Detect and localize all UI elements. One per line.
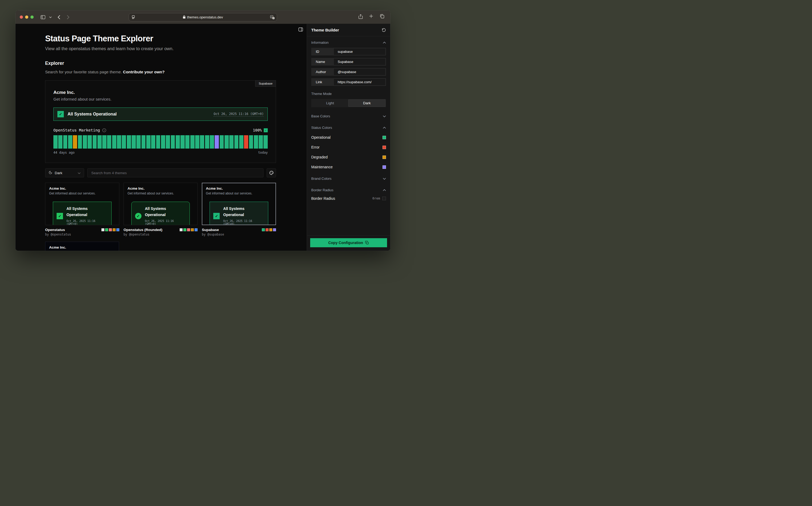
uptime-bar-operational[interactable]	[107, 135, 111, 149]
uptime-bar-operational[interactable]	[151, 135, 155, 149]
translate-icon[interactable]: A x	[270, 15, 275, 19]
chevron-down-icon[interactable]	[49, 16, 52, 18]
uptime-bar-operational[interactable]	[171, 135, 175, 149]
theme-card-openstatus[interactable]: Acme Inc. Get informed about our service…	[45, 183, 119, 225]
tab-overview-icon[interactable]	[380, 14, 384, 20]
uptime-bar-operational[interactable]	[83, 135, 87, 149]
uptime-bar-operational[interactable]	[180, 135, 185, 149]
palette-button[interactable]	[267, 168, 276, 177]
uptime-bar-operational[interactable]	[146, 135, 151, 149]
uptime-bar-operational[interactable]	[53, 135, 58, 149]
link-field[interactable]: https://supabase.com/	[334, 78, 386, 86]
uptime-bar-operational[interactable]	[264, 135, 268, 149]
uptime-bar-operational[interactable]	[185, 135, 190, 149]
section-border-radius[interactable]: Border Radius	[311, 188, 386, 192]
uptime-bar-error[interactable]	[244, 135, 248, 149]
back-icon[interactable]	[58, 15, 60, 19]
id-field[interactable]: supabase	[334, 48, 386, 55]
uptime-bar-operational[interactable]	[210, 135, 214, 149]
uptime-bar-operational[interactable]	[205, 135, 209, 149]
address-bar[interactable]: themes.openstatus.dev A x	[129, 13, 277, 21]
check-icon: ✓	[57, 111, 64, 117]
uptime-bar-operational[interactable]	[68, 135, 72, 149]
field-label: Name	[311, 58, 334, 65]
theme-card-supabase[interactable]: Acme Inc. Get informed about our service…	[202, 183, 276, 225]
uptime-bar-operational[interactable]	[254, 135, 258, 149]
uptime-bar-operational[interactable]	[156, 135, 160, 149]
uptime-bar-operational[interactable]	[97, 135, 102, 149]
name-field[interactable]: Supabase	[334, 58, 386, 65]
uptime-bar-operational[interactable]	[229, 135, 234, 149]
theme-author: by @supabase	[202, 233, 276, 236]
status-timestamp[interactable]: Oct 26, 2025 11:16 (GMT+0)	[214, 112, 264, 116]
border-radius-picker[interactable]	[382, 196, 386, 200]
degraded-color-picker[interactable]	[382, 156, 386, 159]
light-mode-option[interactable]: Light	[312, 99, 348, 107]
explorer-description: Search for your favorite status page the…	[45, 69, 276, 74]
reset-icon[interactable]	[382, 28, 386, 32]
uptime-bar-operational[interactable]	[166, 135, 170, 149]
search-input[interactable]	[87, 168, 264, 177]
uptime-bar-operational[interactable]	[224, 135, 229, 149]
uptime-bar-operational[interactable]	[176, 135, 180, 149]
uptime-bar-operational[interactable]	[234, 135, 239, 149]
reader-icon[interactable]	[131, 15, 135, 19]
browser-window: themes.openstatus.dev A x	[15, 10, 390, 251]
uptime-bar-operational[interactable]	[78, 135, 82, 149]
close-window-button[interactable]	[20, 15, 23, 19]
uptime-bar-operational[interactable]	[259, 135, 263, 149]
operational-color-picker[interactable]	[382, 136, 386, 139]
uptime-bar-operational[interactable]	[249, 135, 253, 149]
border-radius-label: Border Radius	[311, 196, 335, 200]
maintenance-color-picker[interactable]	[382, 165, 386, 169]
author-field[interactable]: @supabase	[334, 68, 386, 76]
uptime-bar-operational[interactable]	[102, 135, 106, 149]
uptime-bar-operational[interactable]	[239, 135, 243, 149]
uptime-bar-operational[interactable]	[58, 135, 63, 149]
check-icon: ✓	[213, 213, 220, 219]
uptime-bar-operational[interactable]	[200, 135, 204, 149]
forward-icon[interactable]	[67, 15, 69, 19]
uptime-bar-degraded[interactable]	[73, 135, 77, 149]
uptime-bar-operational[interactable]	[132, 135, 136, 149]
info-icon[interactable]	[102, 128, 106, 132]
share-icon[interactable]	[359, 14, 363, 20]
mini-company-sub: Get informed about our services.	[49, 250, 115, 251]
uptime-bar-operational[interactable]	[127, 135, 131, 149]
sidebar-toggle-icon[interactable]	[41, 15, 46, 19]
uptime-bar-operational[interactable]	[93, 135, 97, 149]
uptime-bar-operational[interactable]	[161, 135, 165, 149]
uptime-bar-maintenance[interactable]	[215, 135, 219, 149]
new-tab-icon[interactable]	[369, 14, 373, 20]
error-color-picker[interactable]	[382, 146, 386, 149]
copy-configuration-button[interactable]: Copy Configuration	[310, 238, 387, 247]
uptime-section: OpenStatus Marketing 100% ✓	[53, 128, 268, 154]
uptime-bar-operational[interactable]	[142, 135, 146, 149]
section-label: Border Radius	[311, 188, 334, 192]
section-brand-colors[interactable]: Brand Colors	[311, 177, 386, 181]
color-label: Degraded	[311, 155, 328, 159]
status-color-maintenance: Maintenance	[311, 165, 386, 169]
mini-company: Acme Inc.	[49, 245, 115, 249]
dark-mode-option[interactable]: Dark	[348, 99, 385, 107]
section-status-colors[interactable]: Status Colors	[311, 125, 386, 130]
contribute-link[interactable]: Contribute your own?	[123, 70, 165, 74]
section-information[interactable]: Information	[311, 40, 386, 45]
uptime-bar-operational[interactable]	[63, 135, 68, 149]
uptime-bar-operational[interactable]	[195, 135, 199, 149]
theme-card-openstatus-rounded[interactable]: Acme Inc. Get informed about our service…	[124, 183, 198, 225]
uptime-bar-operational[interactable]	[117, 135, 121, 149]
uptime-bar-operational[interactable]	[112, 135, 117, 149]
panel-collapse-icon[interactable]	[298, 27, 303, 32]
chevron-down-icon	[383, 178, 386, 180]
uptime-bar-operational[interactable]	[190, 135, 195, 149]
uptime-bar-operational[interactable]	[136, 135, 141, 149]
minimize-window-button[interactable]	[25, 15, 28, 19]
uptime-bar-operational[interactable]	[87, 135, 92, 149]
theme-mode-dropdown[interactable]: Dark	[45, 168, 84, 177]
uptime-bar-operational[interactable]	[122, 135, 126, 149]
section-base-colors[interactable]: Base Colors	[311, 114, 386, 118]
uptime-bar-operational[interactable]	[220, 135, 224, 149]
zoom-window-button[interactable]	[30, 15, 33, 19]
theme-card-partial[interactable]: Acme Inc. Get informed about our service…	[45, 242, 119, 251]
